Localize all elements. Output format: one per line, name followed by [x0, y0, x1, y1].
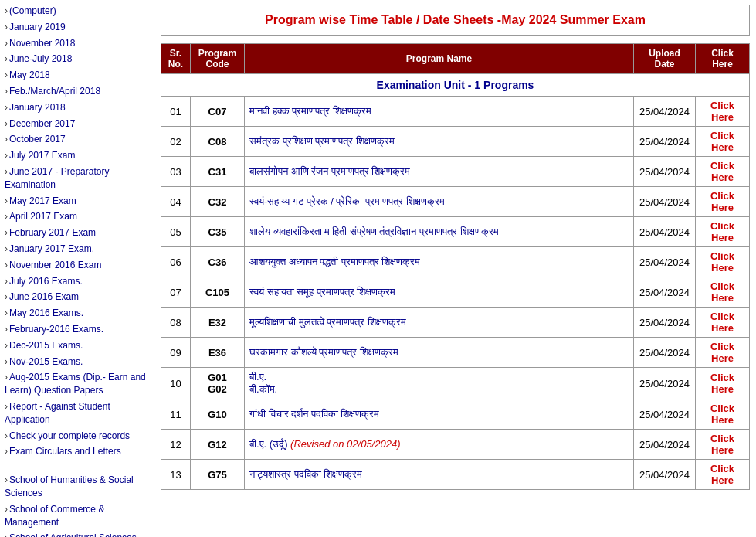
- sidebar: ›(Computer)›January 2019›November 2018›J…: [0, 0, 154, 537]
- sidebar-item[interactable]: ›February-2016 Exams.: [0, 321, 154, 338]
- click-here-link[interactable]: Click Here: [710, 403, 734, 426]
- td-name: घरकामगार कौशल्ये प्रमाणपत्र शिक्षणक्रम: [245, 338, 634, 368]
- th-name: Program Name: [245, 44, 634, 74]
- click-here-link[interactable]: Click Here: [710, 190, 734, 213]
- td-sr: 06: [161, 247, 191, 277]
- td-sr: 09: [161, 338, 191, 368]
- td-click[interactable]: Click Here: [696, 460, 750, 490]
- table-row: 03C31बालसंगोपन आणि रंजन प्रमाणपत्र शिक्ष…: [161, 157, 750, 187]
- click-here-link[interactable]: Click Here: [710, 372, 734, 395]
- table-row: 06C36आशययुक्त अध्यापन पद्धती प्रमाणपत्र …: [161, 247, 750, 277]
- click-here-link[interactable]: Click Here: [710, 341, 734, 364]
- td-click[interactable]: Click Here: [696, 308, 750, 338]
- sidebar-item[interactable]: ›July 2017 Exam: [0, 148, 154, 164]
- sidebar-item[interactable]: ›June 2016 Exam: [0, 289, 154, 305]
- td-date: 25/04/2024: [634, 157, 696, 187]
- td-date: 25/04/2024: [634, 368, 696, 399]
- page-title: Program wise Time Table / Date Sheets -M…: [161, 5, 750, 36]
- table-row: 09E36घरकामगार कौशल्ये प्रमाणपत्र शिक्षणक…: [161, 338, 750, 368]
- click-here-link[interactable]: Click Here: [710, 160, 734, 183]
- td-date: 25/04/2024: [634, 187, 696, 217]
- td-name: स्वयं-सहाय्य गट प्रेरक / प्रेरिका प्रमाण…: [245, 187, 634, 217]
- sidebar-item[interactable]: ›April 2017 Exam: [0, 209, 154, 225]
- click-here-link[interactable]: Click Here: [710, 433, 734, 456]
- sidebar-item[interactable]: ›School of Commerce & Management: [0, 501, 154, 531]
- td-date: 25/04/2024: [634, 247, 696, 277]
- sidebar-item[interactable]: ›(Computer): [0, 3, 154, 19]
- sidebar-item[interactable]: ›June-July 2018: [0, 51, 154, 67]
- sidebar-item[interactable]: ›School of Agricultural Sciences: [0, 530, 154, 537]
- td-click[interactable]: Click Here: [696, 430, 750, 460]
- sidebar-item[interactable]: ›Check your complete records: [0, 428, 154, 444]
- timetable: Sr.No. ProgramCode Program Name UploadDa…: [161, 43, 750, 490]
- td-click[interactable]: Click Here: [696, 217, 750, 247]
- td-code: C07: [191, 97, 245, 127]
- table-row: 11G10गांधी विचार दर्शन पदविका शिक्षणक्रम…: [161, 399, 750, 430]
- td-code: C31: [191, 157, 245, 187]
- sidebar-item[interactable]: ›May 2016 Exams.: [0, 305, 154, 321]
- sidebar-item[interactable]: ›May 2017 Exam: [0, 193, 154, 209]
- section-header: Examination Unit - 1 Programs: [161, 74, 750, 97]
- sidebar-item[interactable]: ›May 2018: [0, 67, 154, 83]
- sidebar-item[interactable]: ›June 2017 - Preparatory Examination: [0, 164, 154, 193]
- td-date: 25/04/2024: [634, 97, 696, 127]
- sidebar-item[interactable]: ›School of Humanities & Social Sciences: [0, 472, 154, 501]
- td-click[interactable]: Click Here: [696, 97, 750, 127]
- sidebar-item[interactable]: ›January 2018: [0, 100, 154, 116]
- sidebar-item[interactable]: ›January 2017 Exam.: [0, 241, 154, 257]
- click-here-link[interactable]: Click Here: [710, 130, 734, 153]
- sidebar-item[interactable]: ›Exam Circulars and Letters: [0, 444, 154, 460]
- click-here-link[interactable]: Click Here: [710, 250, 734, 274]
- table-row: 12G12बी.ए. (उर्दू) (Revised on 02/05/202…: [161, 430, 750, 460]
- table-row: 05C35शालेय व्यवहारांकिरता माहिती संप्रेष…: [161, 217, 750, 247]
- td-click[interactable]: Click Here: [696, 187, 750, 217]
- td-sr: 07: [161, 277, 191, 308]
- click-here-link[interactable]: Click Here: [710, 220, 734, 243]
- sidebar-item[interactable]: ›Report - Against Student Application: [0, 399, 154, 428]
- td-click[interactable]: Click Here: [696, 247, 750, 277]
- td-click[interactable]: Click Here: [696, 127, 750, 157]
- td-name: नाट्यशास्त्र पदविका शिक्षणक्रम: [245, 460, 634, 490]
- td-sr: 03: [161, 157, 191, 187]
- sidebar-item[interactable]: ›Aug-2015 Exams (Dip.- Earn and Learn) Q…: [0, 369, 154, 399]
- table-row: 08E32मूल्यशिक्षणाची मुलतत्वे प्रमाणपत्र …: [161, 308, 750, 338]
- td-date: 25/04/2024: [634, 460, 696, 490]
- td-click[interactable]: Click Here: [696, 399, 750, 430]
- click-here-link[interactable]: Click Here: [710, 311, 734, 334]
- click-here-link[interactable]: Click Here: [710, 463, 734, 486]
- click-here-link[interactable]: Click Here: [710, 280, 734, 304]
- sidebar-item[interactable]: ›February 2017 Exam: [0, 225, 154, 241]
- td-date: 25/04/2024: [634, 430, 696, 460]
- td-name: शालेय व्यवहारांकिरता माहिती संप्रेषण तंत…: [245, 217, 634, 247]
- td-code: G12: [191, 430, 245, 460]
- td-click[interactable]: Click Here: [696, 277, 750, 308]
- td-click[interactable]: Click Here: [696, 157, 750, 187]
- td-code: C36: [191, 247, 245, 277]
- td-code: E36: [191, 338, 245, 368]
- sidebar-item[interactable]: ›July 2016 Exams.: [0, 274, 154, 290]
- sidebar-item[interactable]: ›November 2018: [0, 36, 154, 52]
- sidebar-item[interactable]: ›Feb./March/April 2018: [0, 83, 154, 100]
- sidebar-item[interactable]: ›January 2019: [0, 19, 154, 36]
- sidebar-item[interactable]: ›Dec-2015 Exams.: [0, 338, 154, 354]
- td-name: समंत्रक प्रशिक्षण प्रमाणपत्र शिक्षणक्रम: [245, 127, 634, 157]
- sidebar-item[interactable]: ›Nov-2015 Exams.: [0, 354, 154, 370]
- td-sr: 08: [161, 308, 191, 338]
- table-row: 07C105स्वयं सहायता समूह प्रमाणपत्र शिक्ष…: [161, 277, 750, 308]
- td-code: G01 G02: [191, 368, 245, 399]
- sidebar-item[interactable]: ›November 2016 Exam: [0, 257, 154, 274]
- td-name: मूल्यशिक्षणाची मुलतत्वे प्रमाणपत्र शिक्ष…: [245, 308, 634, 338]
- td-name: आशययुक्त अध्यापन पद्धती प्रमाणपत्र शिक्ष…: [245, 247, 634, 277]
- td-click[interactable]: Click Here: [696, 338, 750, 368]
- td-code: G10: [191, 399, 245, 430]
- sidebar-item[interactable]: ›October 2017: [0, 131, 154, 148]
- td-sr: 05: [161, 217, 191, 247]
- td-name: बी.ए. बी.कॉम.: [245, 368, 634, 399]
- td-sr: 10: [161, 368, 191, 399]
- td-date: 25/04/2024: [634, 338, 696, 368]
- th-code: ProgramCode: [191, 44, 245, 74]
- td-sr: 02: [161, 127, 191, 157]
- sidebar-item[interactable]: ›December 2017: [0, 116, 154, 132]
- td-click[interactable]: Click Here: [696, 368, 750, 399]
- click-here-link[interactable]: Click Here: [710, 100, 734, 123]
